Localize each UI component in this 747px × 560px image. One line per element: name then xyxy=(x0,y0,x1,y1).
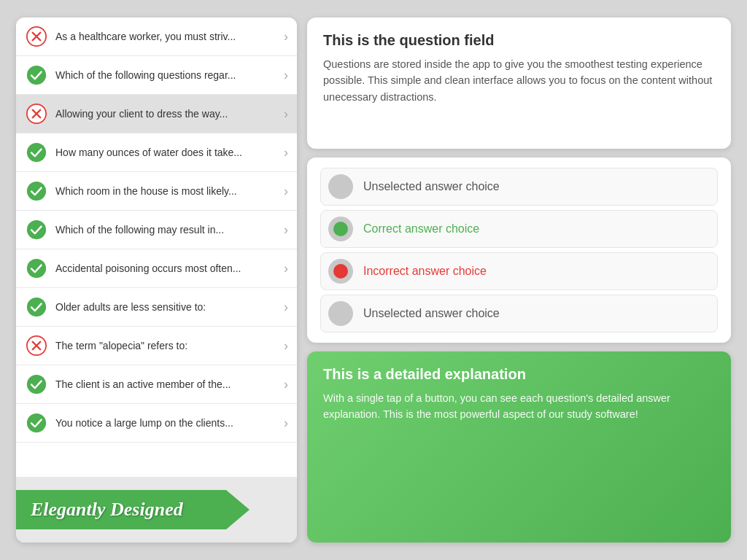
question-item[interactable]: As a healthcare worker, you must striv..… xyxy=(16,18,297,56)
radio-button-inner xyxy=(333,222,348,236)
svg-point-10 xyxy=(27,413,46,432)
question-item[interactable]: Which of the following questions regar..… xyxy=(16,56,297,95)
explanation-card: This is a detailed explanation With a si… xyxy=(307,351,731,542)
banner-container: Elegantly Designed xyxy=(16,477,297,542)
answers-card: Unselected answer choiceCorrect answer c… xyxy=(307,158,731,343)
question-item[interactable]: The client is an active member of the...… xyxy=(16,365,297,404)
question-list: As a healthcare worker, you must striv..… xyxy=(16,18,297,477)
answer-label: Incorrect answer choice xyxy=(363,265,487,278)
incorrect-icon xyxy=(25,334,48,357)
banner-text: Elegantly Designed xyxy=(31,499,183,521)
svg-point-9 xyxy=(27,375,46,394)
chevron-right-icon: › xyxy=(284,416,288,431)
answer-row[interactable]: Unselected answer choice xyxy=(320,295,718,332)
question-text: The term "alopecia" refers to: xyxy=(55,339,279,352)
svg-point-6 xyxy=(27,259,46,278)
radio-button-inner xyxy=(333,264,348,279)
correct-icon xyxy=(25,373,48,396)
radio-button-outer[interactable] xyxy=(328,217,353,241)
question-card-title: This is the question field xyxy=(323,32,715,49)
chevron-right-icon: › xyxy=(284,145,288,160)
question-item[interactable]: The term "alopecia" refers to:› xyxy=(16,327,297,365)
radio-button-outer[interactable] xyxy=(328,259,353,284)
chevron-right-icon: › xyxy=(284,300,288,315)
question-item[interactable]: Allowing your client to dress the way...… xyxy=(16,95,297,133)
radio-button-outer[interactable] xyxy=(328,301,353,326)
question-text: Allowing your client to dress the way... xyxy=(55,107,279,120)
question-text: Accidental poisoning occurs most often..… xyxy=(55,262,279,275)
incorrect-icon xyxy=(25,25,48,48)
question-text: Which of the following questions regar..… xyxy=(55,69,279,82)
question-text: You notice a large lump on the clients..… xyxy=(55,416,279,429)
banner-ribbon: Elegantly Designed xyxy=(16,490,249,529)
answer-label: Unselected answer choice xyxy=(363,307,500,320)
svg-point-3 xyxy=(27,143,46,162)
correct-icon xyxy=(25,411,48,435)
radio-button-outer[interactable] xyxy=(328,174,353,199)
chevron-right-icon: › xyxy=(284,377,288,392)
svg-point-1 xyxy=(27,66,46,85)
svg-point-5 xyxy=(27,220,46,239)
correct-icon xyxy=(25,63,48,87)
explanation-body: With a single tap of a button, you can s… xyxy=(323,390,715,423)
svg-point-4 xyxy=(27,182,46,201)
correct-icon xyxy=(25,141,48,164)
question-item[interactable]: How many ounces of water does it take...… xyxy=(16,133,297,172)
question-text: As a healthcare worker, you must striv..… xyxy=(55,30,279,43)
chevron-right-icon: › xyxy=(284,68,288,83)
chevron-right-icon: › xyxy=(284,184,288,199)
question-card-body: Questions are stored inside the app to g… xyxy=(323,56,715,105)
question-item[interactable]: Accidental poisoning occurs most often..… xyxy=(16,249,297,288)
chevron-right-icon: › xyxy=(284,106,288,122)
question-text: How many ounces of water does it take... xyxy=(55,146,279,159)
answer-row[interactable]: Unselected answer choice xyxy=(320,168,718,206)
chevron-right-icon: › xyxy=(284,29,288,44)
explanation-title: This is a detailed explanation xyxy=(323,366,715,383)
chevron-right-icon: › xyxy=(284,222,288,238)
question-text: The client is an active member of the... xyxy=(55,378,279,391)
answer-label: Unselected answer choice xyxy=(363,180,500,193)
answer-row[interactable]: Incorrect answer choice xyxy=(320,252,718,290)
question-item[interactable]: Older adults are less sensitive to:› xyxy=(16,288,297,327)
question-card: This is the question field Questions are… xyxy=(307,18,731,149)
radio-button-inner xyxy=(333,179,348,194)
answer-label: Correct answer choice xyxy=(363,222,479,236)
app-container: As a healthcare worker, you must striv..… xyxy=(9,10,738,550)
chevron-right-icon: › xyxy=(284,261,288,276)
radio-button-inner xyxy=(333,306,348,321)
question-item[interactable]: You notice a large lump on the clients..… xyxy=(16,404,297,443)
question-item[interactable]: Which of the following may result in...› xyxy=(16,211,297,249)
question-text: Older adults are less sensitive to: xyxy=(55,300,279,314)
correct-icon xyxy=(25,257,48,280)
question-text: Which room in the house is most likely..… xyxy=(55,184,279,198)
answer-row[interactable]: Correct answer choice xyxy=(320,210,718,248)
incorrect-icon xyxy=(25,102,48,125)
correct-icon xyxy=(25,218,48,241)
question-item[interactable]: Which room in the house is most likely..… xyxy=(16,172,297,211)
right-panel: This is the question field Questions are… xyxy=(307,18,731,542)
chevron-right-icon: › xyxy=(284,338,288,354)
question-text: Which of the following may result in... xyxy=(55,223,279,236)
svg-point-7 xyxy=(27,298,46,316)
correct-icon xyxy=(25,295,48,319)
left-panel: As a healthcare worker, you must striv..… xyxy=(16,18,297,542)
correct-icon xyxy=(25,179,48,203)
